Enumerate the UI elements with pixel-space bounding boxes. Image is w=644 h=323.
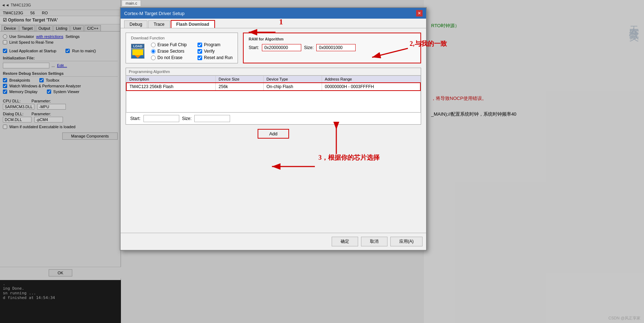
erase-full-chip-label: Erase Full Chip xyxy=(157,42,187,47)
ram-algorithm-section: RAM for Algorithm Start: Size: xyxy=(243,33,421,63)
annotation-1: 1 xyxy=(279,17,283,26)
file-tab[interactable]: main.c xyxy=(122,0,141,6)
program-checkbox[interactable] xyxy=(197,43,202,47)
ram-size-input[interactable] xyxy=(316,44,356,51)
download-function-section: Download Function LOAD xyxy=(126,33,238,63)
confirm-apply-btn[interactable]: 应用(A) xyxy=(390,237,423,246)
start-label: Start: xyxy=(249,45,259,50)
ram-start-input[interactable] xyxy=(262,44,301,51)
add-btn-row: Add xyxy=(126,129,421,139)
row0-description: TM4C123 256kB Flash xyxy=(126,83,216,91)
cortex-dialog: Cortex-M Target Driver Setup ✕ Debug Tra… xyxy=(120,7,427,251)
algo-table: Description Device Size Device Type Addr… xyxy=(126,76,421,112)
prog-algo-title: Programming Algorithm xyxy=(126,68,421,76)
add-button[interactable]: Add xyxy=(258,129,289,139)
annotation-2: 2,与我的一致 xyxy=(410,39,447,48)
row0-device-size: 256k xyxy=(216,83,264,91)
erase-sectors-radio[interactable] xyxy=(151,49,156,54)
dialog-titlebar: Cortex-M Target Driver Setup ✕ xyxy=(121,8,426,19)
load-svg xyxy=(132,49,143,58)
dialog-body: Download Function LOAD xyxy=(121,28,426,146)
annotation-3: 3，根据你的芯片选择 xyxy=(318,153,380,162)
tab-flash-download[interactable]: Flash Download xyxy=(171,20,215,28)
row0-address-range: 00000000H - 0003FFFFH xyxy=(322,83,420,91)
algo-start-input[interactable] xyxy=(143,115,179,122)
ram-title: RAM for Algorithm xyxy=(249,37,415,41)
algo-start-label: Start: xyxy=(130,116,141,121)
radio-options: Erase Full Chip Erase Sectors Do not Era… xyxy=(151,42,187,60)
algo-size-label: Size: xyxy=(182,116,192,121)
col-device-size: Device Size xyxy=(216,76,264,83)
dialog-tabs: Debug Trace Flash Download xyxy=(121,19,426,28)
algo-size-input[interactable] xyxy=(194,115,230,122)
svg-rect-0 xyxy=(132,49,143,55)
col-address-range: Address Range xyxy=(322,76,420,83)
check-options: Program Verify Reset and Run xyxy=(197,42,233,60)
svg-marker-1 xyxy=(135,55,141,58)
confirm-cancel-btn[interactable]: 取消 xyxy=(361,237,387,246)
download-function-title: Download Function xyxy=(131,36,233,40)
algo-table-row-0[interactable]: TM4C123 256kB Flash 256k On-chip Flash 0… xyxy=(126,83,420,91)
size-label: Size: xyxy=(304,45,314,50)
do-not-erase-label: Do not Erase xyxy=(157,55,182,60)
tab-debug[interactable]: Debug xyxy=(124,20,147,28)
csdn-watermark: CSDN @风正享家 xyxy=(609,315,640,321)
algo-table-row-empty xyxy=(126,91,420,112)
erase-sectors-label: Erase Sectors xyxy=(157,49,184,54)
erase-full-chip-radio[interactable] xyxy=(151,43,156,47)
tab-trace[interactable]: Trace xyxy=(148,20,170,28)
algo-table-header: Description Device Size Device Type Addr… xyxy=(126,76,420,83)
verify-checkbox[interactable] xyxy=(197,49,202,54)
load-icon xyxy=(131,49,145,59)
algo-bottom: Start: Size: xyxy=(126,112,421,124)
reset-run-label: Reset and Run xyxy=(204,55,233,60)
load-label: LOAD xyxy=(131,44,145,49)
dialog-confirm-bar: 确定 取消 应用(A) xyxy=(121,233,426,250)
verify-label: Verify xyxy=(204,49,215,54)
col-device-type: Device Type xyxy=(263,76,322,83)
dialog-close-btn[interactable]: ✕ xyxy=(416,10,423,16)
do-not-erase-radio[interactable] xyxy=(151,56,156,60)
row0-device-type: On-chip Flash xyxy=(263,83,322,91)
program-label: Program xyxy=(204,42,220,47)
programming-algorithm-section: Programming Algorithm Description Device… xyxy=(126,68,421,125)
dialog-title: Cortex-M Target Driver Setup xyxy=(124,11,185,16)
col-description: Description xyxy=(126,76,216,83)
reset-run-checkbox[interactable] xyxy=(197,56,202,60)
confirm-ok-btn[interactable]: 确定 xyxy=(332,237,358,246)
